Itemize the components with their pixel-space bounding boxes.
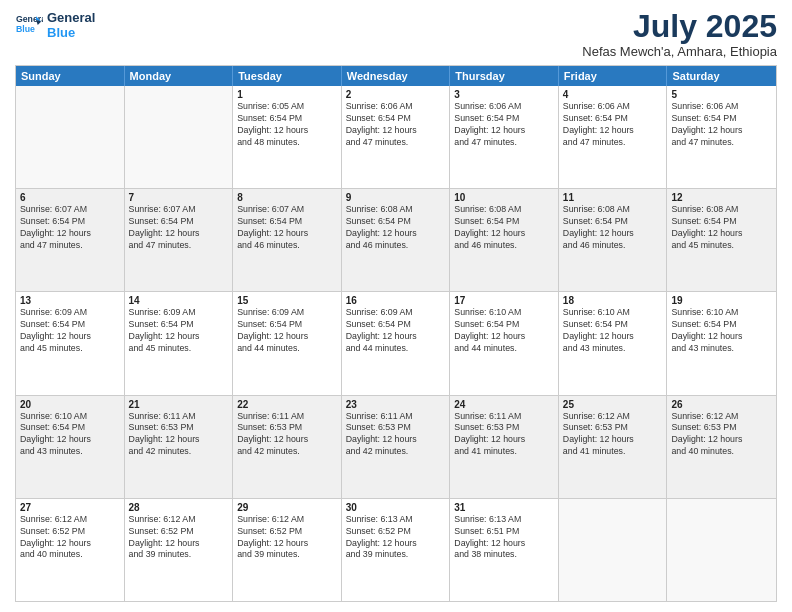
table-row: 13Sunrise: 6:09 AM Sunset: 6:54 PM Dayli…	[16, 292, 125, 394]
table-row: 19Sunrise: 6:10 AM Sunset: 6:54 PM Dayli…	[667, 292, 776, 394]
day-info: Sunrise: 6:07 AM Sunset: 6:54 PM Dayligh…	[237, 204, 337, 252]
day-info: Sunrise: 6:12 AM Sunset: 6:52 PM Dayligh…	[237, 514, 337, 562]
table-row: 12Sunrise: 6:08 AM Sunset: 6:54 PM Dayli…	[667, 189, 776, 291]
day-info: Sunrise: 6:10 AM Sunset: 6:54 PM Dayligh…	[20, 411, 120, 459]
day-info: Sunrise: 6:08 AM Sunset: 6:54 PM Dayligh…	[454, 204, 554, 252]
header-friday: Friday	[559, 66, 668, 86]
day-number: 18	[563, 295, 663, 306]
day-info: Sunrise: 6:13 AM Sunset: 6:51 PM Dayligh…	[454, 514, 554, 562]
day-number: 10	[454, 192, 554, 203]
day-number: 11	[563, 192, 663, 203]
logo: General Blue General Blue	[15, 10, 95, 40]
table-row	[16, 86, 125, 188]
day-info: Sunrise: 6:12 AM Sunset: 6:53 PM Dayligh…	[671, 411, 772, 459]
table-row: 9Sunrise: 6:08 AM Sunset: 6:54 PM Daylig…	[342, 189, 451, 291]
day-number: 14	[129, 295, 229, 306]
table-row: 21Sunrise: 6:11 AM Sunset: 6:53 PM Dayli…	[125, 396, 234, 498]
table-row: 15Sunrise: 6:09 AM Sunset: 6:54 PM Dayli…	[233, 292, 342, 394]
day-number: 24	[454, 399, 554, 410]
table-row	[559, 499, 668, 601]
calendar-header: Sunday Monday Tuesday Wednesday Thursday…	[16, 66, 776, 86]
day-number: 2	[346, 89, 446, 100]
day-info: Sunrise: 6:10 AM Sunset: 6:54 PM Dayligh…	[454, 307, 554, 355]
table-row: 8Sunrise: 6:07 AM Sunset: 6:54 PM Daylig…	[233, 189, 342, 291]
calendar-row: 20Sunrise: 6:10 AM Sunset: 6:54 PM Dayli…	[16, 395, 776, 498]
day-info: Sunrise: 6:06 AM Sunset: 6:54 PM Dayligh…	[454, 101, 554, 149]
month-title: July 2025	[582, 10, 777, 42]
calendar-row: 6Sunrise: 6:07 AM Sunset: 6:54 PM Daylig…	[16, 188, 776, 291]
day-number: 21	[129, 399, 229, 410]
day-number: 19	[671, 295, 772, 306]
table-row: 24Sunrise: 6:11 AM Sunset: 6:53 PM Dayli…	[450, 396, 559, 498]
header-tuesday: Tuesday	[233, 66, 342, 86]
day-info: Sunrise: 6:12 AM Sunset: 6:52 PM Dayligh…	[129, 514, 229, 562]
day-number: 23	[346, 399, 446, 410]
table-row: 28Sunrise: 6:12 AM Sunset: 6:52 PM Dayli…	[125, 499, 234, 601]
day-number: 9	[346, 192, 446, 203]
day-info: Sunrise: 6:07 AM Sunset: 6:54 PM Dayligh…	[20, 204, 120, 252]
day-info: Sunrise: 6:11 AM Sunset: 6:53 PM Dayligh…	[237, 411, 337, 459]
table-row: 3Sunrise: 6:06 AM Sunset: 6:54 PM Daylig…	[450, 86, 559, 188]
logo-general: General	[47, 10, 95, 25]
day-number: 25	[563, 399, 663, 410]
day-number: 26	[671, 399, 772, 410]
logo-blue: Blue	[47, 25, 95, 40]
day-number: 8	[237, 192, 337, 203]
day-number: 13	[20, 295, 120, 306]
day-number: 7	[129, 192, 229, 203]
day-number: 29	[237, 502, 337, 513]
day-info: Sunrise: 6:12 AM Sunset: 6:52 PM Dayligh…	[20, 514, 120, 562]
day-number: 6	[20, 192, 120, 203]
table-row: 17Sunrise: 6:10 AM Sunset: 6:54 PM Dayli…	[450, 292, 559, 394]
day-info: Sunrise: 6:09 AM Sunset: 6:54 PM Dayligh…	[20, 307, 120, 355]
day-number: 20	[20, 399, 120, 410]
table-row	[667, 499, 776, 601]
calendar-row: 27Sunrise: 6:12 AM Sunset: 6:52 PM Dayli…	[16, 498, 776, 601]
table-row: 6Sunrise: 6:07 AM Sunset: 6:54 PM Daylig…	[16, 189, 125, 291]
calendar-body: 1Sunrise: 6:05 AM Sunset: 6:54 PM Daylig…	[16, 86, 776, 601]
table-row: 23Sunrise: 6:11 AM Sunset: 6:53 PM Dayli…	[342, 396, 451, 498]
day-info: Sunrise: 6:05 AM Sunset: 6:54 PM Dayligh…	[237, 101, 337, 149]
table-row: 25Sunrise: 6:12 AM Sunset: 6:53 PM Dayli…	[559, 396, 668, 498]
subtitle: Nefas Mewch'a, Amhara, Ethiopia	[582, 44, 777, 59]
table-row: 4Sunrise: 6:06 AM Sunset: 6:54 PM Daylig…	[559, 86, 668, 188]
day-info: Sunrise: 6:08 AM Sunset: 6:54 PM Dayligh…	[346, 204, 446, 252]
table-row: 10Sunrise: 6:08 AM Sunset: 6:54 PM Dayli…	[450, 189, 559, 291]
header-sunday: Sunday	[16, 66, 125, 86]
day-info: Sunrise: 6:07 AM Sunset: 6:54 PM Dayligh…	[129, 204, 229, 252]
table-row: 31Sunrise: 6:13 AM Sunset: 6:51 PM Dayli…	[450, 499, 559, 601]
day-number: 16	[346, 295, 446, 306]
day-info: Sunrise: 6:11 AM Sunset: 6:53 PM Dayligh…	[346, 411, 446, 459]
calendar-row: 1Sunrise: 6:05 AM Sunset: 6:54 PM Daylig…	[16, 86, 776, 188]
day-number: 5	[671, 89, 772, 100]
day-info: Sunrise: 6:06 AM Sunset: 6:54 PM Dayligh…	[346, 101, 446, 149]
day-info: Sunrise: 6:11 AM Sunset: 6:53 PM Dayligh…	[129, 411, 229, 459]
day-number: 12	[671, 192, 772, 203]
day-info: Sunrise: 6:10 AM Sunset: 6:54 PM Dayligh…	[563, 307, 663, 355]
day-info: Sunrise: 6:06 AM Sunset: 6:54 PM Dayligh…	[563, 101, 663, 149]
table-row: 20Sunrise: 6:10 AM Sunset: 6:54 PM Dayli…	[16, 396, 125, 498]
day-number: 3	[454, 89, 554, 100]
day-info: Sunrise: 6:09 AM Sunset: 6:54 PM Dayligh…	[237, 307, 337, 355]
day-number: 30	[346, 502, 446, 513]
table-row: 27Sunrise: 6:12 AM Sunset: 6:52 PM Dayli…	[16, 499, 125, 601]
calendar: Sunday Monday Tuesday Wednesday Thursday…	[15, 65, 777, 602]
table-row: 1Sunrise: 6:05 AM Sunset: 6:54 PM Daylig…	[233, 86, 342, 188]
day-number: 17	[454, 295, 554, 306]
table-row: 11Sunrise: 6:08 AM Sunset: 6:54 PM Dayli…	[559, 189, 668, 291]
day-number: 28	[129, 502, 229, 513]
day-number: 31	[454, 502, 554, 513]
table-row: 26Sunrise: 6:12 AM Sunset: 6:53 PM Dayli…	[667, 396, 776, 498]
day-info: Sunrise: 6:12 AM Sunset: 6:53 PM Dayligh…	[563, 411, 663, 459]
svg-text:Blue: Blue	[16, 24, 35, 34]
day-info: Sunrise: 6:10 AM Sunset: 6:54 PM Dayligh…	[671, 307, 772, 355]
header-wednesday: Wednesday	[342, 66, 451, 86]
table-row: 22Sunrise: 6:11 AM Sunset: 6:53 PM Dayli…	[233, 396, 342, 498]
day-number: 4	[563, 89, 663, 100]
table-row: 18Sunrise: 6:10 AM Sunset: 6:54 PM Dayli…	[559, 292, 668, 394]
table-row: 5Sunrise: 6:06 AM Sunset: 6:54 PM Daylig…	[667, 86, 776, 188]
table-row: 16Sunrise: 6:09 AM Sunset: 6:54 PM Dayli…	[342, 292, 451, 394]
day-info: Sunrise: 6:11 AM Sunset: 6:53 PM Dayligh…	[454, 411, 554, 459]
day-info: Sunrise: 6:09 AM Sunset: 6:54 PM Dayligh…	[129, 307, 229, 355]
day-info: Sunrise: 6:08 AM Sunset: 6:54 PM Dayligh…	[563, 204, 663, 252]
